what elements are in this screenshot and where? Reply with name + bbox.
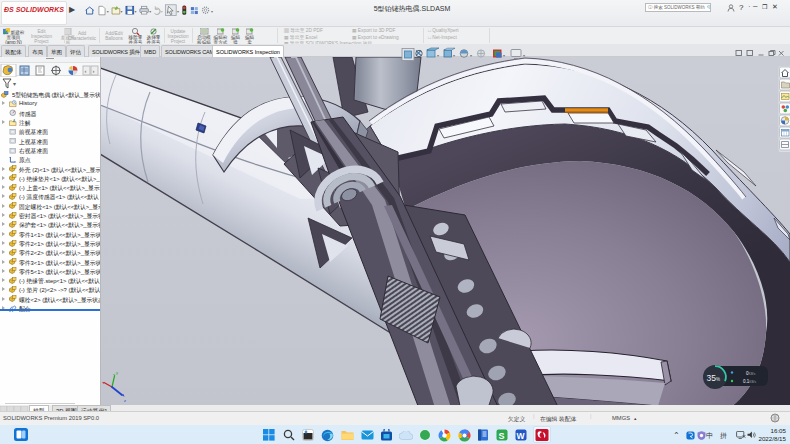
svg-text:▾: ▾ [437, 53, 439, 58]
svg-text:›: › [93, 68, 95, 74]
svg-text:▾: ▾ [470, 53, 472, 58]
svg-text:▾: ▾ [134, 10, 136, 14]
svg-text:0.1KB/s: 0.1KB/s [743, 379, 756, 384]
svg-text:▾: ▾ [107, 10, 109, 14]
svg-text:▾: ▾ [503, 53, 505, 58]
svg-text:W: W [517, 431, 526, 441]
svg-text:▾: ▾ [121, 10, 123, 14]
svg-text:z: z [124, 398, 126, 403]
svg-text:▾: ▾ [149, 10, 151, 14]
svg-text:▾: ▾ [453, 53, 455, 58]
svg-text:y: y [116, 370, 118, 375]
svg-text:▾: ▾ [177, 10, 179, 14]
svg-text:0KB/s: 0KB/s [746, 371, 756, 376]
svg-text:S: S [499, 431, 505, 441]
svg-text:▾: ▾ [523, 53, 525, 58]
svg-text:▾: ▾ [13, 81, 16, 87]
svg-text:▾: ▾ [211, 10, 213, 14]
svg-text:▾: ▾ [161, 10, 163, 14]
svg-text:‹: ‹ [85, 68, 87, 74]
